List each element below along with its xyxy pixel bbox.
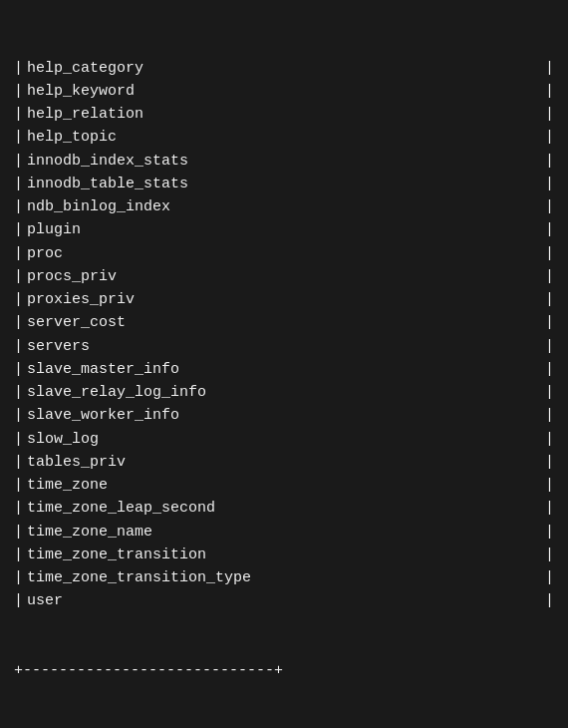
table-row: |tables_priv| [14, 451, 554, 474]
table-row: |time_zone_name| [14, 521, 554, 544]
terminal-output: |help_category||help_keyword||help_relat… [14, 10, 554, 728]
table-name-value: help_keyword [27, 80, 545, 103]
pipe-left: | [14, 218, 23, 241]
pipe-left: | [14, 358, 23, 381]
pipe-right: | [545, 80, 554, 103]
pipe-right: | [545, 311, 554, 334]
table-name-value: slow_log [27, 428, 545, 451]
pipe-right: | [545, 218, 554, 241]
pipe-left: | [14, 288, 23, 311]
pipe-left: | [14, 150, 23, 173]
pipe-left: | [14, 335, 23, 358]
table-name-value: innodb_index_stats [27, 150, 545, 173]
table-row: |servers| [14, 335, 554, 358]
table-name-value: proc [27, 242, 545, 265]
pipe-left: | [14, 173, 23, 195]
pipe-right: | [545, 335, 554, 358]
table-name-value: time_zone_name [27, 521, 545, 544]
pipe-left: | [14, 126, 23, 149]
table-row: |help_keyword| [14, 80, 554, 103]
pipe-right: | [545, 544, 554, 566]
pipe-right: | [545, 150, 554, 173]
pipe-right: | [545, 566, 554, 589]
table-row: |proc| [14, 242, 554, 265]
pipe-left: | [14, 242, 23, 265]
table-name-value: server_cost [27, 311, 545, 334]
table-row: |time_zone_transition_type| [14, 566, 554, 589]
pipe-right: | [545, 265, 554, 288]
table-name-value: slave_master_info [27, 358, 545, 381]
pipe-right: | [545, 103, 554, 126]
table-rows-container: |help_category||help_keyword||help_relat… [14, 57, 554, 613]
bottom-divider: +----------------------------+ [14, 659, 554, 682]
table-row: |help_relation| [14, 103, 554, 126]
pipe-right: | [545, 589, 554, 612]
pipe-left: | [14, 497, 23, 520]
pipe-right: | [545, 381, 554, 404]
table-name-value: procs_priv [27, 265, 545, 288]
table-name-value: servers [27, 335, 545, 358]
table-row: |server_cost| [14, 311, 554, 334]
table-row: |user| [14, 589, 554, 612]
table-row: |innodb_index_stats| [14, 150, 554, 173]
pipe-left: | [14, 311, 23, 334]
pipe-right: | [545, 195, 554, 218]
table-row: |procs_priv| [14, 265, 554, 288]
table-name-value: help_relation [27, 103, 545, 126]
table-row: |help_topic| [14, 126, 554, 149]
pipe-right: | [545, 126, 554, 149]
table-row: |slave_worker_info| [14, 404, 554, 427]
pipe-left: | [14, 57, 23, 80]
pipe-right: | [545, 428, 554, 451]
table-row: |slow_log| [14, 428, 554, 451]
pipe-left: | [14, 521, 23, 544]
pipe-left: | [14, 103, 23, 126]
pipe-right: | [545, 57, 554, 80]
pipe-right: | [545, 451, 554, 474]
table-row: |slave_master_info| [14, 358, 554, 381]
pipe-right: | [545, 173, 554, 195]
table-row: |plugin| [14, 218, 554, 241]
table-row: |help_category| [14, 57, 554, 80]
table-name-value: slave_relay_log_info [27, 381, 545, 404]
pipe-left: | [14, 451, 23, 474]
table-name-value: user [27, 589, 545, 612]
pipe-left: | [14, 474, 23, 497]
pipe-right: | [545, 474, 554, 497]
table-name-value: time_zone_transition_type [27, 566, 545, 589]
pipe-left: | [14, 566, 23, 589]
table-name-value: slave_worker_info [27, 404, 545, 427]
table-name-value: proxies_priv [27, 288, 545, 311]
pipe-right: | [545, 358, 554, 381]
pipe-left: | [14, 80, 23, 103]
pipe-right: | [545, 521, 554, 544]
table-name-value: ndb_binlog_index [27, 195, 545, 218]
pipe-right: | [545, 242, 554, 265]
table-row: |time_zone| [14, 474, 554, 497]
table-row: |time_zone_transition| [14, 544, 554, 566]
pipe-right: | [545, 404, 554, 427]
table-row: |time_zone_leap_second| [14, 497, 554, 520]
pipe-left: | [14, 589, 23, 612]
pipe-left: | [14, 195, 23, 218]
table-name-value: innodb_table_stats [27, 173, 545, 195]
table-name-value: time_zone_transition [27, 544, 545, 566]
pipe-left: | [14, 381, 23, 404]
table-row: |proxies_priv| [14, 288, 554, 311]
table-name-value: help_category [27, 57, 545, 80]
pipe-right: | [545, 288, 554, 311]
table-name-value: time_zone_leap_second [27, 497, 545, 520]
table-name-value: time_zone [27, 474, 545, 497]
pipe-left: | [14, 544, 23, 566]
table-name-value: tables_priv [27, 451, 545, 474]
pipe-right: | [545, 497, 554, 520]
table-row: |ndb_binlog_index| [14, 195, 554, 218]
table-row: |slave_relay_log_info| [14, 381, 554, 404]
table-row: |innodb_table_stats| [14, 173, 554, 195]
table-name-value: help_topic [27, 126, 545, 149]
table-name-value: plugin [27, 218, 545, 241]
pipe-left: | [14, 404, 23, 427]
pipe-left: | [14, 428, 23, 451]
pipe-left: | [14, 265, 23, 288]
